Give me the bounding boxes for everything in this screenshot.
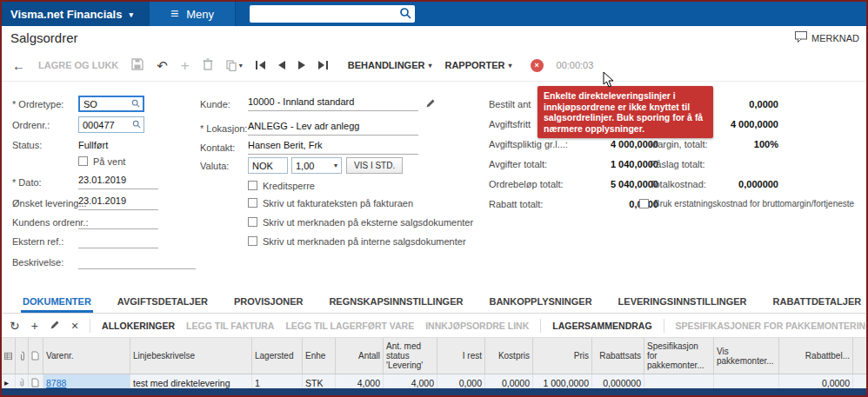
kunde-value[interactable]: 10000 - Innland standard xyxy=(248,96,418,111)
col-spesifikasjon[interactable]: Spesifikasjon for pakkemonter... xyxy=(644,338,714,374)
order-form: * Ordretype: Ordrenr.: Status: Fullført … xyxy=(2,82,866,290)
paslag-totalt-label: Påslag totalt: xyxy=(650,159,724,169)
edit-row-icon[interactable] xyxy=(50,320,60,332)
tab-avgiftsdetaljer[interactable]: AVGIFTSDETALJER xyxy=(116,292,210,313)
grid-settings-icon[interactable] xyxy=(2,338,16,374)
behandlinger-button[interactable]: BEHANDLINGER ▾ xyxy=(348,60,432,70)
totals-b2-value: 4 000,0000 xyxy=(724,119,778,129)
erstatningskostnad-checkbox[interactable] xyxy=(639,199,649,208)
kundens-ordrenr-value[interactable] xyxy=(78,215,158,229)
innkjopsordre-link-button[interactable]: INNKJØPSORDRE LINK xyxy=(425,321,529,331)
varenr-link[interactable]: 8788 xyxy=(46,378,66,388)
kunde-label: Kunde: xyxy=(200,99,248,109)
tab-bankopplysninger[interactable]: BANKOPPLYSNINGER xyxy=(487,292,593,313)
separator xyxy=(90,319,90,333)
legg-til-faktura-button[interactable]: LEGG TIL FAKTURA xyxy=(186,321,274,331)
stop-icon[interactable]: × xyxy=(531,59,544,72)
tab-regnskapsinnstillinger[interactable]: REGNSKAPSINNSTILLINGER xyxy=(327,292,464,313)
add-row-icon[interactable]: + xyxy=(31,320,38,332)
rabatt-totalt-label: Rabatt totalt: xyxy=(489,199,584,209)
brand-menu[interactable]: Visma.net Financials ▾ xyxy=(2,2,149,26)
vis-i-std-button[interactable]: VIS I STD. xyxy=(346,157,403,174)
col-antall[interactable]: Antall xyxy=(336,338,384,374)
dato-label: * Dato: xyxy=(12,177,78,188)
back-icon[interactable]: ← xyxy=(12,59,25,72)
chevron-down-icon: ▾ xyxy=(334,162,337,169)
valuta-code-field[interactable]: NOK xyxy=(248,157,288,174)
edit-pencil-icon[interactable] xyxy=(425,98,436,110)
tab-provisjoner[interactable]: PROVISJONER xyxy=(232,292,304,313)
col-rabattbel[interactable]: Rabattbel... xyxy=(779,338,853,374)
onsket-levering-label: Ønsket levering... xyxy=(12,198,78,208)
ordrenr-input[interactable] xyxy=(83,120,124,130)
beskrivelse-label: Beskrivelse: xyxy=(12,257,78,268)
separator xyxy=(664,319,664,333)
col-lagersted[interactable]: Lagersted xyxy=(252,338,303,374)
tab-leveringsinnstillinger[interactable]: LEVERINGSINNSTILLINGER xyxy=(617,292,749,313)
avgifter-totalt-label: Avgifter totalt: xyxy=(489,159,584,169)
copy-paste-icon[interactable]: ▾ xyxy=(226,60,243,71)
col-kostpris[interactable]: Kostpris xyxy=(485,338,533,374)
avgiftspliktig-label: Avgiftspliktig gr.l...: xyxy=(489,139,584,149)
allokeringer-button[interactable]: ALLOKERINGER xyxy=(102,321,175,331)
top-bar: Visma.net Financials ▾ ≡ Meny xyxy=(2,2,866,26)
valuta-rate-dropdown[interactable]: 1,00 ▾ xyxy=(291,157,342,174)
note-bubble-icon xyxy=(795,31,807,44)
files-column-icon[interactable] xyxy=(29,338,43,374)
pa-vent-label: På vent xyxy=(93,156,125,167)
col-enhe[interactable]: Enhe xyxy=(303,338,336,374)
tab-rabattdetaljer[interactable]: RABATTDETALJER xyxy=(771,292,864,313)
ekstern-ref-label: Ekstern ref.: xyxy=(12,236,78,247)
kontakt-value[interactable]: Hansen Berit, Frk xyxy=(248,140,418,155)
col-i-rest[interactable]: I rest xyxy=(437,338,485,374)
rapporter-button[interactable]: RAPPORTER ▾ xyxy=(444,60,511,70)
merknad-eksterne-checkbox[interactable] xyxy=(248,217,257,227)
beskrivelse-value[interactable] xyxy=(78,255,196,269)
undo-icon[interactable]: ↶ xyxy=(157,59,168,72)
merknad-button[interactable]: MERKNAD xyxy=(795,31,859,44)
next-record-icon[interactable] xyxy=(298,61,305,69)
valuta-code: NOK xyxy=(252,161,273,171)
col-varenr[interactable]: Varenr. xyxy=(43,338,130,374)
trash-icon[interactable] xyxy=(203,58,213,72)
fakturatekst-checkbox[interactable] xyxy=(248,198,257,208)
main-menu-button[interactable]: ≡ Meny xyxy=(149,2,236,26)
col-linjebeskrivelse[interactable]: Linjebeskrivelse xyxy=(130,338,252,374)
save-icon[interactable] xyxy=(131,58,144,72)
col-vis-pakkemontering[interactable]: Vis pakkemonter... xyxy=(714,338,779,374)
notes-column-icon[interactable] xyxy=(16,338,29,374)
elapsed-timer: 00:00:03 xyxy=(557,60,594,70)
col-ant-med-status[interactable]: Ant. med status 'Levering' xyxy=(384,338,437,374)
lagersammendrag-button[interactable]: LAGERSAMMENDRAG xyxy=(552,321,651,331)
kreditsperre-label: Kreditsperre xyxy=(263,181,315,191)
avgiftspliktig-value: 4 000,0000 xyxy=(584,139,658,149)
ordrenr-label: Ordrenr.: xyxy=(12,120,78,130)
lookup-icon[interactable] xyxy=(132,120,141,130)
dato-value[interactable]: 23.01.2019 xyxy=(78,175,158,189)
search-input[interactable] xyxy=(251,9,399,19)
col-rabattsats[interactable]: Rabattsats xyxy=(592,338,644,374)
previous-record-icon[interactable] xyxy=(278,61,285,69)
onsket-levering-value[interactable]: 23.01.2019 xyxy=(78,195,158,210)
add-icon[interactable]: + xyxy=(181,58,190,73)
row-marker-icon: ▸ xyxy=(4,378,9,387)
ordretype-input[interactable] xyxy=(83,99,125,109)
last-record-icon[interactable] xyxy=(318,61,328,69)
col-pris[interactable]: Pris xyxy=(533,338,592,374)
delete-row-icon[interactable]: × xyxy=(71,320,78,332)
spesifikasjoner-pakkemontering-button[interactable]: SPESIFIKASJONER FOR PAKKEMONTERING xyxy=(676,321,866,331)
tab-dokumenter[interactable]: DOKUMENTER xyxy=(21,292,93,313)
tab-bar: DOKUMENTER AVGIFTSDETALJER PROVISJONER R… xyxy=(2,290,866,314)
refresh-icon[interactable]: ↻ xyxy=(10,320,20,332)
lookup-icon[interactable] xyxy=(131,99,140,109)
ekstern-ref-value[interactable] xyxy=(78,234,158,248)
lokasjon-value[interactable]: ANLEGG - Lev adr anlegg xyxy=(248,121,418,136)
first-record-icon[interactable] xyxy=(256,61,265,69)
kreditsperre-checkbox[interactable] xyxy=(248,181,257,190)
search-icon[interactable] xyxy=(399,7,411,21)
merknad-interne-checkbox[interactable] xyxy=(248,236,257,246)
legg-til-lagerfort-vare-button[interactable]: LEGG TIL LAGERFØRT VARE xyxy=(285,321,414,331)
save-close-button[interactable]: LAGRE OG LUKK xyxy=(38,60,118,70)
page-title: Salgsordrer xyxy=(10,30,78,45)
pa-vent-checkbox[interactable] xyxy=(78,156,88,166)
